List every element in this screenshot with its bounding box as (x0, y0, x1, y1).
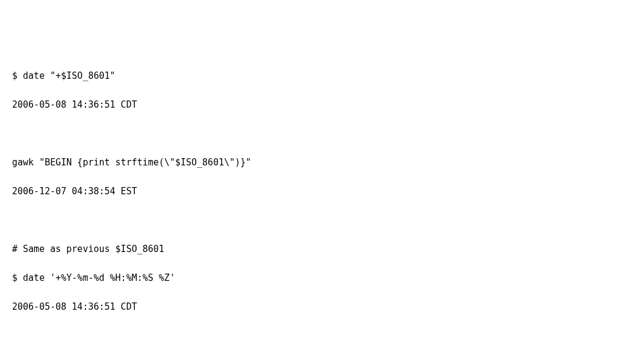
terminal-line: $ date "+$ISO_8601" (12, 69, 632, 83)
terminal-line (12, 328, 632, 341)
terminal-line (12, 126, 632, 141)
terminal-line: 2006-12-07 04:38:54 EST (12, 184, 632, 198)
terminal-line: 2006-05-08 14:36:51 CDT (12, 97, 632, 112)
terminal-line: $ date '+%Y-%m-%d %H:%M:%S %Z' (12, 271, 632, 285)
terminal-line (12, 213, 632, 227)
terminal-line: 2006-05-08 14:36:51 CDT (12, 300, 632, 314)
terminal-line: gawk "BEGIN {print strftime(\"$ISO_8601\… (12, 155, 632, 170)
terminal-line: # Same as previous $ISO_8601 (12, 242, 632, 256)
